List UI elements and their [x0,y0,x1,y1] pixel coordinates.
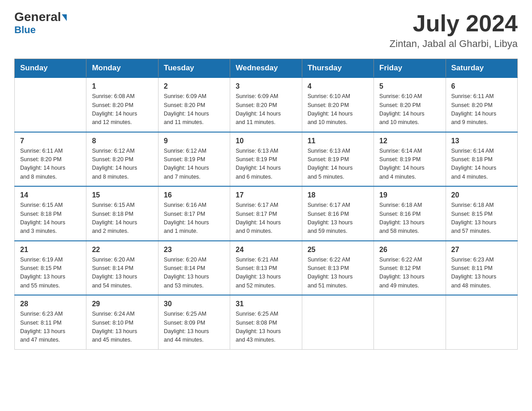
calendar-week-row: 28Sunrise: 6:23 AM Sunset: 8:11 PM Dayli… [15,295,518,349]
calendar-cell: 10Sunrise: 6:13 AM Sunset: 8:19 PM Dayli… [230,132,302,187]
day-info: Sunrise: 6:10 AM Sunset: 8:20 PM Dayligh… [308,92,368,127]
day-info: Sunrise: 6:12 AM Sunset: 8:20 PM Dayligh… [92,147,152,182]
calendar-cell: 1Sunrise: 6:08 AM Sunset: 8:20 PM Daylig… [86,77,158,132]
day-number: 20 [451,191,512,199]
day-number: 28 [20,300,81,308]
day-number: 6 [451,82,512,90]
calendar-cell: 4Sunrise: 6:10 AM Sunset: 8:20 PM Daylig… [302,77,373,132]
day-number: 1 [92,82,152,90]
calendar-cell: 6Sunrise: 6:11 AM Sunset: 8:20 PM Daylig… [446,77,517,132]
day-number: 30 [164,300,224,308]
day-number: 26 [379,246,440,254]
calendar-header-row: SundayMondayTuesdayWednesdayThursdayFrid… [15,59,518,78]
calendar-week-row: 7Sunrise: 6:11 AM Sunset: 8:20 PM Daylig… [15,132,518,187]
calendar-cell: 2Sunrise: 6:09 AM Sunset: 8:20 PM Daylig… [158,77,230,132]
day-info: Sunrise: 6:18 AM Sunset: 8:15 PM Dayligh… [451,201,512,236]
day-number: 11 [308,137,368,145]
calendar-table: SundayMondayTuesdayWednesdayThursdayFrid… [14,59,518,350]
day-info: Sunrise: 6:20 AM Sunset: 8:14 PM Dayligh… [92,256,152,291]
calendar-cell: 27Sunrise: 6:23 AM Sunset: 8:11 PM Dayli… [446,241,517,295]
calendar-cell: 13Sunrise: 6:14 AM Sunset: 8:18 PM Dayli… [446,132,517,187]
day-number: 16 [164,191,224,199]
calendar-cell: 12Sunrise: 6:14 AM Sunset: 8:19 PM Dayli… [374,132,446,187]
day-number: 10 [236,137,296,145]
calendar-cell: 5Sunrise: 6:10 AM Sunset: 8:20 PM Daylig… [374,77,446,132]
calendar-cell: 26Sunrise: 6:22 AM Sunset: 8:12 PM Dayli… [374,241,446,295]
day-number: 9 [164,137,224,145]
day-number: 19 [379,191,440,199]
calendar-header-friday: Friday [374,59,446,78]
day-number: 8 [92,137,152,145]
day-number: 7 [20,137,81,145]
day-number: 15 [92,191,152,199]
logo: General Blue [14,11,67,36]
calendar-header-tuesday: Tuesday [158,59,230,78]
calendar-header-sunday: Sunday [15,59,86,78]
calendar-cell: 11Sunrise: 6:13 AM Sunset: 8:19 PM Dayli… [302,132,373,187]
calendar-cell [446,295,517,349]
calendar-cell: 22Sunrise: 6:20 AM Sunset: 8:14 PM Dayli… [86,241,158,295]
day-number: 29 [92,300,152,308]
calendar-header-thursday: Thursday [302,59,373,78]
calendar-cell: 18Sunrise: 6:17 AM Sunset: 8:16 PM Dayli… [302,186,373,241]
day-info: Sunrise: 6:15 AM Sunset: 8:18 PM Dayligh… [92,201,152,236]
day-number: 31 [236,300,296,308]
calendar-cell: 15Sunrise: 6:15 AM Sunset: 8:18 PM Dayli… [86,186,158,241]
calendar-week-row: 1Sunrise: 6:08 AM Sunset: 8:20 PM Daylig… [15,77,518,132]
calendar-cell: 19Sunrise: 6:18 AM Sunset: 8:16 PM Dayli… [374,186,446,241]
day-info: Sunrise: 6:09 AM Sunset: 8:20 PM Dayligh… [164,92,224,127]
calendar-cell: 30Sunrise: 6:25 AM Sunset: 8:09 PM Dayli… [158,295,230,349]
day-info: Sunrise: 6:11 AM Sunset: 8:20 PM Dayligh… [20,147,81,182]
day-number: 27 [451,246,512,254]
day-info: Sunrise: 6:11 AM Sunset: 8:20 PM Dayligh… [451,92,512,127]
day-info: Sunrise: 6:18 AM Sunset: 8:16 PM Dayligh… [379,201,440,236]
calendar-cell: 28Sunrise: 6:23 AM Sunset: 8:11 PM Dayli… [15,295,86,349]
day-number: 14 [20,191,81,199]
day-info: Sunrise: 6:19 AM Sunset: 8:15 PM Dayligh… [20,256,81,291]
day-number: 18 [308,191,368,199]
calendar-header-saturday: Saturday [446,59,517,78]
day-number: 24 [236,246,296,254]
day-number: 3 [236,82,296,90]
day-info: Sunrise: 6:21 AM Sunset: 8:13 PM Dayligh… [236,256,296,291]
day-number: 17 [236,191,296,199]
calendar-cell: 23Sunrise: 6:20 AM Sunset: 8:14 PM Dayli… [158,241,230,295]
logo-general: General [14,11,67,23]
day-info: Sunrise: 6:15 AM Sunset: 8:18 PM Dayligh… [20,201,81,236]
calendar-cell [15,77,86,132]
day-number: 5 [379,82,440,90]
day-info: Sunrise: 6:17 AM Sunset: 8:16 PM Dayligh… [308,201,368,236]
day-info: Sunrise: 6:08 AM Sunset: 8:20 PM Dayligh… [92,92,152,127]
day-number: 12 [379,137,440,145]
logo-blue: Blue [14,24,36,36]
title-area: July 2024 Zintan, Jabal al Gharbi, Libya [390,11,518,50]
calendar-header-monday: Monday [86,59,158,78]
calendar-cell: 3Sunrise: 6:09 AM Sunset: 8:20 PM Daylig… [230,77,302,132]
day-info: Sunrise: 6:13 AM Sunset: 8:19 PM Dayligh… [308,147,368,182]
day-number: 4 [308,82,368,90]
day-info: Sunrise: 6:09 AM Sunset: 8:20 PM Dayligh… [236,92,296,127]
calendar-cell: 17Sunrise: 6:17 AM Sunset: 8:17 PM Dayli… [230,186,302,241]
day-info: Sunrise: 6:10 AM Sunset: 8:20 PM Dayligh… [379,92,440,127]
calendar-week-row: 14Sunrise: 6:15 AM Sunset: 8:18 PM Dayli… [15,186,518,241]
day-info: Sunrise: 6:22 AM Sunset: 8:12 PM Dayligh… [379,256,440,291]
day-info: Sunrise: 6:17 AM Sunset: 8:17 PM Dayligh… [236,201,296,236]
day-info: Sunrise: 6:20 AM Sunset: 8:14 PM Dayligh… [164,256,224,291]
day-info: Sunrise: 6:12 AM Sunset: 8:19 PM Dayligh… [164,147,224,182]
day-number: 23 [164,246,224,254]
day-info: Sunrise: 6:25 AM Sunset: 8:09 PM Dayligh… [164,310,224,345]
day-number: 22 [92,246,152,254]
calendar-week-row: 21Sunrise: 6:19 AM Sunset: 8:15 PM Dayli… [15,241,518,295]
day-number: 21 [20,246,81,254]
day-info: Sunrise: 6:23 AM Sunset: 8:11 PM Dayligh… [451,256,512,291]
calendar-cell: 31Sunrise: 6:25 AM Sunset: 8:08 PM Dayli… [230,295,302,349]
day-info: Sunrise: 6:24 AM Sunset: 8:10 PM Dayligh… [92,310,152,345]
calendar-cell: 29Sunrise: 6:24 AM Sunset: 8:10 PM Dayli… [86,295,158,349]
day-number: 13 [451,137,512,145]
calendar-cell: 9Sunrise: 6:12 AM Sunset: 8:19 PM Daylig… [158,132,230,187]
calendar-cell: 14Sunrise: 6:15 AM Sunset: 8:18 PM Dayli… [15,186,86,241]
calendar-cell: 16Sunrise: 6:16 AM Sunset: 8:17 PM Dayli… [158,186,230,241]
day-number: 2 [164,82,224,90]
calendar-cell: 21Sunrise: 6:19 AM Sunset: 8:15 PM Dayli… [15,241,86,295]
page-header: General Blue July 2024 Zintan, Jabal al … [14,11,518,50]
